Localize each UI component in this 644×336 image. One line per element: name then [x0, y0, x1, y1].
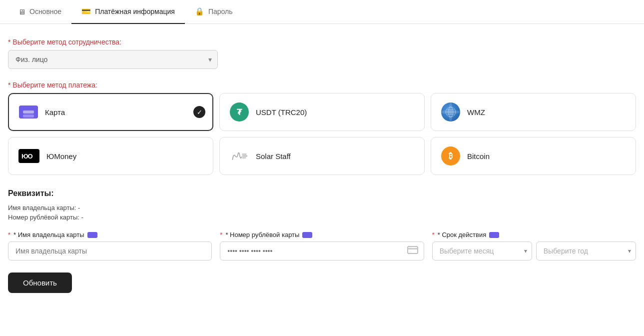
svg-point-1: [448, 107, 453, 117]
page-container: 🖥 Основное 💳 Платёжная информация 🔒 Паро…: [0, 0, 644, 336]
tab-password[interactable]: 🔒 Пароль: [185, 0, 243, 24]
cooperation-section: * Выберите метод сотрудничества: Физ. ли…: [8, 38, 636, 69]
cooperation-dropdown-wrapper: Физ. лицо ▾: [8, 50, 218, 69]
cooperation-label: * Выберите метод сотрудничества:: [8, 38, 636, 46]
bitcoin-icon: ₿: [441, 146, 460, 166]
card-number-label-text: * Номер рублёвой карты: [225, 231, 299, 238]
form-fields: * * Имя владельца карты * * Номер рублёв…: [8, 231, 636, 293]
solar-icon: [230, 146, 249, 166]
payment-card-solar-label: Solar Staff: [256, 152, 291, 160]
card-number-input[interactable]: [220, 242, 424, 260]
usdt-icon: ₮: [230, 102, 249, 122]
tabs-bar: 🖥 Основное 💳 Платёжная информация 🔒 Паро…: [0, 0, 644, 24]
payment-methods-grid: Карта ✓ ₮ USDT (TRC20): [8, 93, 636, 175]
card-input-icon: [407, 246, 418, 256]
payment-card-card[interactable]: Карта ✓: [8, 93, 213, 131]
payment-card-usdt[interactable]: ₮ USDT (TRC20): [219, 93, 425, 131]
cardholder-info: Имя владельца карты: -: [8, 204, 636, 212]
payment-card-usdt-label: USDT (TRC20): [256, 108, 307, 116]
card-number-info: Номер рублёвой карты: -: [8, 214, 636, 221]
payment-method-section: * Выберите метод платежа: Карта ✓ ₮ USDT…: [8, 81, 636, 175]
payment-card-bitcoin-label: Bitcoin: [467, 152, 490, 160]
tab-password-label: Пароль: [208, 8, 233, 16]
tab-basic-label: Основное: [29, 8, 61, 16]
year-select-wrapper: Выберите год 2024 2025 2026 2027 2028 20…: [536, 242, 636, 260]
payment-card-solar[interactable]: Solar Staff: [219, 137, 425, 175]
payment-card-yumoney-label: ЮMoney: [46, 152, 76, 160]
cardholder-input[interactable]: [8, 242, 212, 260]
card-number-group: * * Номер рублёвой карты: [220, 231, 424, 260]
main-content: * Выберите метод сотрудничества: Физ. ли…: [0, 24, 644, 305]
cardholder-label-text: * Имя владельца карты: [13, 231, 84, 238]
expiry-label: * * Срок действия: [432, 231, 636, 238]
cardholder-badge-icon: [87, 232, 97, 238]
requisites-section: Реквизиты: Имя владельца карты: - Номер …: [8, 189, 636, 221]
yumoney-icon: ЮО: [18, 149, 39, 163]
card-number-badge-icon: [302, 232, 312, 238]
expiry-badge-icon: [489, 232, 499, 238]
payment-card-yumoney[interactable]: ЮО ЮMoney: [8, 137, 213, 175]
svg-point-0: [446, 107, 456, 117]
password-icon: 🔒: [195, 7, 204, 16]
svg-rect-7: [408, 246, 418, 254]
cardholder-label: * * Имя владельца карты: [8, 231, 212, 238]
payment-method-label: * Выберите метод платежа:: [8, 81, 636, 89]
card-number-input-wrapper: [220, 242, 424, 260]
expiry-label-text: * Срок действия: [438, 231, 487, 238]
year-select[interactable]: Выберите год 2024 2025 2026 2027 2028 20…: [536, 242, 636, 260]
tab-payment-label: Платёжная информация: [95, 8, 175, 16]
update-button[interactable]: Обновить: [8, 272, 72, 293]
selected-checkmark-icon: ✓: [193, 106, 205, 118]
payment-card-bitcoin[interactable]: ₿ Bitcoin: [431, 137, 636, 175]
expiry-group: * * Срок действия Выберите месяц Январь …: [432, 231, 636, 260]
svg-rect-8: [408, 248, 418, 250]
wmz-icon: [441, 102, 460, 122]
svg-text:ЮО: ЮО: [21, 152, 32, 160]
cardholder-group: * * Имя владельца карты: [8, 231, 212, 260]
month-select[interactable]: Выберите месяц Январь Февраль Март Апрел…: [432, 242, 532, 260]
expiry-date-row: Выберите месяц Январь Февраль Март Апрел…: [432, 242, 636, 260]
payment-card-wmz[interactable]: WMZ: [431, 93, 636, 131]
tab-payment[interactable]: 💳 Платёжная информация: [71, 0, 185, 24]
form-row: * * Имя владельца карты * * Номер рублёв…: [8, 231, 636, 260]
tab-basic[interactable]: 🖥 Основное: [8, 0, 71, 24]
cooperation-select[interactable]: Физ. лицо: [8, 50, 218, 69]
card-number-label: * * Номер рублёвой карты: [220, 231, 424, 238]
basic-icon: 🖥: [18, 8, 25, 16]
payment-card-wmz-label: WMZ: [467, 108, 485, 116]
payment-card-card-label: Карта: [45, 108, 65, 116]
payment-icon: 💳: [81, 7, 91, 16]
card-icon: [19, 106, 38, 118]
month-select-wrapper: Выберите месяц Январь Февраль Март Апрел…: [432, 242, 532, 260]
requisites-title: Реквизиты:: [8, 189, 636, 198]
